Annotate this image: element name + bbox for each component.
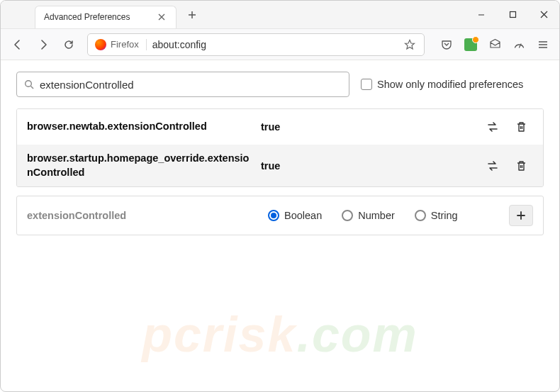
- back-button[interactable]: [6, 33, 29, 56]
- tab-title: Advanced Preferences: [44, 12, 149, 22]
- delete-button[interactable]: [509, 155, 533, 177]
- add-pref-button[interactable]: [509, 205, 533, 226]
- maximize-button[interactable]: [497, 1, 528, 29]
- firefox-logo-icon: [95, 39, 106, 50]
- pref-search-input[interactable]: [40, 79, 342, 91]
- radio-icon: [342, 210, 353, 221]
- radio-string[interactable]: String: [415, 210, 458, 221]
- nav-toolbar: Firefox about:config: [1, 29, 559, 60]
- close-window-button[interactable]: [528, 1, 559, 29]
- bookmark-star-icon[interactable]: [403, 38, 417, 52]
- radio-icon: [415, 210, 426, 221]
- site-identity[interactable]: Firefox: [95, 39, 147, 50]
- radio-icon: [268, 210, 279, 221]
- radio-number[interactable]: Number: [342, 210, 395, 221]
- search-row: Show only modified preferences: [16, 72, 544, 97]
- identity-label: Firefox: [111, 39, 139, 50]
- radio-boolean[interactable]: Boolean: [268, 210, 322, 221]
- tab-close-icon[interactable]: [156, 11, 167, 23]
- pref-search-box[interactable]: [16, 72, 349, 97]
- search-icon: [24, 79, 34, 89]
- url-text: about:config: [152, 39, 397, 50]
- forward-button[interactable]: [32, 33, 55, 56]
- pref-name: browser.startup.homepage_override.extens…: [27, 152, 254, 179]
- reload-button[interactable]: [57, 33, 80, 56]
- toggle-button[interactable]: [481, 155, 505, 177]
- pref-table: browser.newtab.extensionControlled true …: [16, 108, 544, 187]
- pref-value: true: [261, 160, 474, 172]
- pref-value: true: [261, 121, 474, 133]
- filter-label: Show only modified preferences: [377, 79, 523, 90]
- titlebar: Advanced Preferences: [1, 1, 559, 29]
- window-controls: [466, 1, 559, 28]
- pref-name: browser.newtab.extensionControlled: [27, 120, 254, 134]
- svg-rect-0: [510, 12, 515, 18]
- pref-row: browser.startup.homepage_override.extens…: [17, 145, 543, 186]
- modified-only-checkbox[interactable]: Show only modified preferences: [361, 79, 523, 90]
- watermark: pcrisk.com: [142, 306, 418, 363]
- browser-tab[interactable]: Advanced Preferences: [35, 6, 177, 28]
- type-radio-group: Boolean Number String: [261, 210, 502, 221]
- new-tab-button[interactable]: [182, 5, 202, 25]
- mail-icon[interactable]: [484, 34, 505, 55]
- new-pref-name: extensionControlled: [27, 210, 254, 221]
- extension-icon[interactable]: [460, 34, 481, 55]
- pref-row: browser.newtab.extensionControlled true: [17, 109, 543, 145]
- checkbox-icon: [361, 79, 372, 90]
- page-content: Show only modified preferences browser.n…: [1, 60, 559, 247]
- pocket-icon[interactable]: [436, 34, 457, 55]
- new-pref-row: extensionControlled Boolean Number Strin…: [16, 196, 544, 235]
- speed-icon[interactable]: [508, 34, 530, 55]
- delete-button[interactable]: [509, 116, 533, 138]
- svg-point-1: [26, 81, 32, 87]
- hamburger-menu-icon[interactable]: [532, 34, 554, 55]
- minimize-button[interactable]: [466, 1, 497, 29]
- toggle-button[interactable]: [481, 116, 505, 138]
- url-bar[interactable]: Firefox about:config: [87, 33, 425, 56]
